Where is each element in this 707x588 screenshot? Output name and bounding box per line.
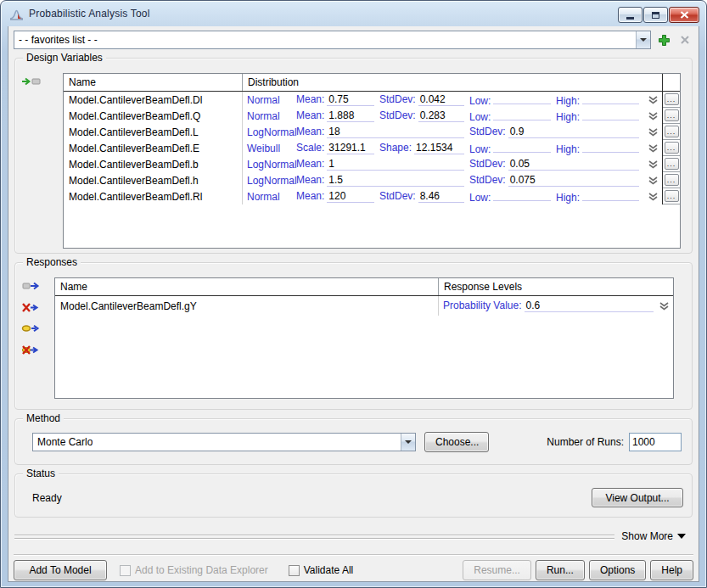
plus-icon bbox=[658, 34, 671, 47]
add-to-model-button[interactable]: Add To Model bbox=[14, 560, 107, 580]
column-header-more bbox=[663, 74, 680, 91]
table-row[interactable]: Model.CantileverBeamDefl.Q Normal Mean:1… bbox=[64, 108, 680, 124]
show-more-label: Show More bbox=[621, 530, 673, 542]
param-label: Low: bbox=[469, 111, 491, 123]
expand-chevron-icon[interactable] bbox=[648, 112, 659, 120]
variable-name: Model.CantileverBeamDefl.b bbox=[64, 156, 243, 172]
add-existing-label: Add to Existing Data Explorer bbox=[135, 564, 268, 576]
add-variable-icon[interactable] bbox=[21, 76, 43, 87]
expand-chevron-icon[interactable] bbox=[648, 144, 659, 153]
edit-distribution-button[interactable]: ... bbox=[665, 109, 679, 121]
checkbox-box bbox=[120, 565, 131, 576]
close-button[interactable] bbox=[669, 7, 699, 23]
distribution-type[interactable]: Normal bbox=[247, 110, 296, 122]
dropdown-arrow-icon[interactable] bbox=[636, 31, 650, 48]
dropdown-arrow-icon[interactable] bbox=[401, 434, 415, 451]
param-field[interactable]: 0.283 bbox=[418, 109, 464, 122]
options-button[interactable]: Options bbox=[589, 560, 646, 580]
param-field[interactable] bbox=[582, 189, 639, 201]
table-row[interactable]: Model.CantileverBeamDefl.h LogNormal Mea… bbox=[64, 172, 680, 188]
minimize-button[interactable] bbox=[618, 7, 642, 23]
column-header-distribution[interactable]: Distribution bbox=[243, 74, 663, 91]
table-row[interactable]: Model.CantileverBeamDefl.b LogNormal Mea… bbox=[64, 156, 680, 172]
param-field[interactable]: 12.1534 bbox=[414, 142, 464, 154]
status-text: Ready bbox=[32, 492, 62, 504]
remove-response-level-icon[interactable] bbox=[21, 344, 43, 356]
param-field[interactable] bbox=[493, 109, 551, 120]
delete-x-icon bbox=[680, 35, 690, 45]
param-field[interactable]: 120 bbox=[327, 190, 374, 203]
param-field[interactable]: 18 bbox=[327, 126, 464, 138]
table-row[interactable]: Model.CantileverBeamDefl.Rl Normal Mean:… bbox=[64, 188, 680, 204]
param-field[interactable]: 1.5 bbox=[327, 174, 464, 187]
table-row[interactable]: Model.CantileverBeamDefl.Dl Normal Mean:… bbox=[64, 92, 680, 108]
divider-line bbox=[14, 535, 614, 539]
expand-chevron-icon[interactable] bbox=[648, 176, 659, 185]
param-field[interactable]: 0.075 bbox=[508, 174, 639, 187]
choose-method-button[interactable]: Choose... bbox=[424, 432, 489, 452]
distribution-type[interactable]: LogNormal bbox=[247, 126, 296, 138]
column-header-name[interactable]: Name bbox=[64, 74, 243, 91]
add-response-level-icon[interactable] bbox=[21, 322, 43, 334]
param-field[interactable] bbox=[493, 141, 551, 153]
param-field[interactable]: 0.75 bbox=[327, 93, 374, 106]
param-field[interactable]: 0.042 bbox=[418, 93, 464, 106]
param-field[interactable]: 0.9 bbox=[508, 126, 639, 138]
param-field[interactable] bbox=[582, 92, 639, 104]
titlebar[interactable]: Probabilistic Analysis Tool bbox=[1, 1, 706, 26]
minimize-icon bbox=[626, 17, 634, 20]
table-row[interactable]: Model.CantileverBeamDefl.L LogNormal Mea… bbox=[64, 124, 680, 140]
edit-distribution-button[interactable]: ... bbox=[665, 142, 679, 154]
expand-chevron-icon[interactable] bbox=[648, 193, 659, 201]
remove-response-icon[interactable] bbox=[21, 301, 43, 313]
favorites-list-value: - - favorites list - - bbox=[19, 34, 98, 46]
show-more-row: Show More bbox=[14, 529, 693, 543]
column-header-response-levels[interactable]: Response Levels bbox=[439, 278, 673, 295]
run-button[interactable]: Run... bbox=[536, 560, 585, 580]
edit-distribution-button[interactable]: ... bbox=[665, 126, 679, 137]
show-more-button[interactable]: Show More bbox=[621, 530, 686, 542]
method-dropdown[interactable]: Monte Carlo bbox=[32, 433, 416, 451]
edit-distribution-button[interactable]: ... bbox=[665, 93, 679, 105]
table-row[interactable]: Model.CantileverBeamDefl.E Weibull Scale… bbox=[64, 140, 680, 156]
distribution-type[interactable]: Normal bbox=[247, 191, 296, 203]
param-label: High: bbox=[556, 143, 580, 155]
distribution-type[interactable]: Weibull bbox=[247, 143, 296, 154]
response-level-field[interactable]: 0.6 bbox=[525, 300, 654, 312]
help-button[interactable]: Help bbox=[650, 560, 693, 580]
param-field[interactable]: 1.888 bbox=[327, 109, 374, 122]
number-of-runs-input[interactable] bbox=[629, 433, 682, 451]
favorites-list-dropdown[interactable]: - - favorites list - - bbox=[14, 31, 651, 49]
view-output-button[interactable]: View Output... bbox=[592, 488, 683, 507]
add-favorite-button[interactable] bbox=[655, 31, 672, 48]
param-field[interactable]: 8.46 bbox=[418, 190, 464, 203]
param-field[interactable] bbox=[582, 109, 639, 120]
validate-all-checkbox[interactable]: Validate All bbox=[289, 564, 353, 576]
edit-distribution-button[interactable]: ... bbox=[665, 190, 679, 202]
edit-distribution-button[interactable]: ... bbox=[665, 158, 679, 170]
footer-bar: Add To Model Add to Existing Data Explor… bbox=[14, 560, 693, 580]
expand-chevron-icon[interactable] bbox=[659, 302, 670, 311]
add-response-icon[interactable] bbox=[21, 280, 43, 292]
param-field[interactable] bbox=[493, 92, 551, 104]
design-variables-group: Design Variables Name Distribution bbox=[14, 58, 693, 254]
distribution-type[interactable]: LogNormal bbox=[247, 159, 296, 171]
design-variables-header: Name Distribution bbox=[64, 74, 680, 92]
param-field[interactable] bbox=[582, 141, 639, 153]
probabilistic-analysis-tool-window: Probabilistic Analysis Tool - - favorite… bbox=[0, 0, 707, 588]
expand-chevron-icon[interactable] bbox=[648, 128, 659, 137]
param-field[interactable]: 0.05 bbox=[508, 158, 639, 171]
param-field[interactable]: 31291.1 bbox=[327, 142, 374, 154]
checkbox-box[interactable] bbox=[289, 565, 300, 576]
edit-distribution-button[interactable]: ... bbox=[665, 174, 679, 186]
param-field[interactable] bbox=[493, 189, 551, 201]
maximize-button[interactable] bbox=[643, 7, 668, 23]
bell-curve-app-icon bbox=[9, 7, 24, 20]
distribution-type[interactable]: Normal bbox=[247, 94, 296, 106]
param-field[interactable]: 1 bbox=[327, 158, 464, 171]
distribution-type[interactable]: LogNormal bbox=[247, 175, 296, 187]
table-row[interactable]: Model.CantileverBeamDefl.gY Probability … bbox=[55, 296, 673, 316]
expand-chevron-icon[interactable] bbox=[648, 160, 659, 169]
expand-chevron-icon[interactable] bbox=[648, 96, 659, 104]
column-header-name[interactable]: Name bbox=[55, 278, 439, 295]
